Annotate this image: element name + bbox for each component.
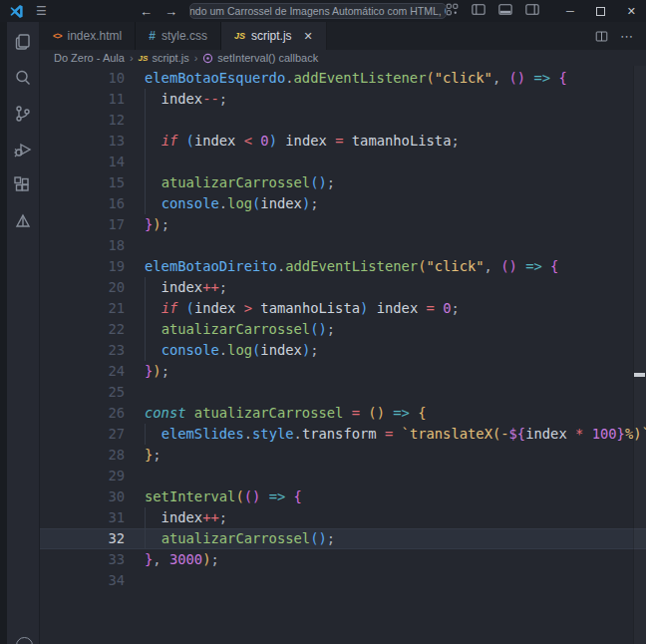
line-number[interactable]: 10 xyxy=(40,68,125,89)
line-number[interactable]: 15 xyxy=(40,172,125,193)
code-line[interactable]: 19elemBotaoDireito.addEventListener("cli… xyxy=(40,256,646,277)
line-number[interactable]: 21 xyxy=(40,298,125,319)
line-number[interactable]: 18 xyxy=(40,235,125,256)
line-number[interactable]: 27 xyxy=(40,424,125,445)
activity-bar xyxy=(0,22,40,644)
back-icon[interactable]: ← xyxy=(140,4,153,19)
explorer-icon[interactable] xyxy=(11,30,35,54)
code-line[interactable]: 17}); xyxy=(40,214,646,235)
line-number[interactable]: 14 xyxy=(40,152,125,172)
close-tab-icon[interactable]: ✕ xyxy=(304,30,313,43)
code-line[interactable]: 28}; xyxy=(40,445,646,466)
code-line[interactable]: 22 atualizarCarrossel(); xyxy=(40,319,646,340)
maximize-button[interactable] xyxy=(596,7,605,16)
line-number[interactable]: 31 xyxy=(40,507,125,528)
code-text: atualizarCarrossel(); xyxy=(125,172,335,193)
line-number[interactable]: 30 xyxy=(40,486,125,507)
line-number[interactable]: 34 xyxy=(40,570,125,591)
line-number[interactable]: 13 xyxy=(40,131,125,152)
line-number[interactable]: 22 xyxy=(40,319,125,340)
code-line[interactable]: 10elemBotaoEsquerdo.addEventListener("cl… xyxy=(40,68,646,89)
code-line[interactable]: 16 console.log(index); xyxy=(40,193,646,214)
customize-layout-icon[interactable] xyxy=(446,2,459,20)
prism-extension-icon[interactable] xyxy=(11,209,35,233)
code-line[interactable]: 33}, 3000); xyxy=(40,549,646,570)
code-line-active[interactable]: 32 atualizarCarrossel(); xyxy=(40,528,646,549)
code-line[interactable]: 34 xyxy=(40,570,646,591)
command-center[interactable]: Criando um Carrossel de Imagens Automáti… xyxy=(189,3,447,19)
toggle-sidebar-left-icon[interactable] xyxy=(472,2,485,20)
code-text: }, 3000); xyxy=(125,549,219,570)
line-number[interactable]: 33 xyxy=(40,549,125,570)
line-number[interactable]: 12 xyxy=(40,110,125,131)
search-icon[interactable] xyxy=(11,66,35,90)
split-editor-icon[interactable] xyxy=(595,30,608,43)
code-line[interactable]: 27 elemSlides.style.transform = `transla… xyxy=(40,424,646,445)
html-icon: <> xyxy=(53,31,62,41)
account-icon[interactable] xyxy=(16,637,33,644)
breadcrumb-label: Do Zero - Aula xyxy=(54,52,125,64)
line-number[interactable]: 16 xyxy=(40,193,125,214)
code-text xyxy=(125,152,145,172)
line-number[interactable]: 29 xyxy=(40,466,125,486)
code-line[interactable]: 26const atualizarCarrossel = () => { xyxy=(40,403,646,424)
line-number[interactable]: 23 xyxy=(40,340,125,361)
code-line[interactable]: 30setInterval(() => { xyxy=(40,486,646,507)
breadcrumb-file[interactable]: JS script.js xyxy=(139,52,189,64)
code-line[interactable]: 20 index++; xyxy=(40,277,646,298)
code-text xyxy=(125,235,145,256)
menu-icon[interactable]: ☰ xyxy=(36,4,47,18)
breadcrumb-separator: › xyxy=(194,52,198,64)
tab-label: style.css xyxy=(162,29,207,43)
code-line[interactable]: 15 atualizarCarrossel(); xyxy=(40,172,646,193)
line-number[interactable]: 28 xyxy=(40,445,125,466)
line-number[interactable]: 32 xyxy=(40,528,125,549)
breadcrumb-symbol[interactable]: setInterval() callback xyxy=(202,52,318,64)
line-number[interactable]: 11 xyxy=(40,89,125,110)
tab-style-css[interactable]: # style.css xyxy=(136,22,221,50)
breadcrumb-separator: › xyxy=(130,52,134,64)
source-control-icon[interactable] xyxy=(11,102,35,126)
line-number[interactable]: 19 xyxy=(40,256,125,277)
code-line[interactable]: 21 if (index > tamanhoLista) index = 0; xyxy=(40,298,646,319)
code-line[interactable]: 24}); xyxy=(40,361,646,382)
code-text: console.log(index); xyxy=(125,340,319,361)
code-line[interactable]: 13 if (index < 0) index = tamanhoLista; xyxy=(40,131,646,152)
code-line[interactable]: 11 index--; xyxy=(40,89,646,110)
breadcrumb-folder[interactable]: Do Zero - Aula xyxy=(54,52,125,64)
extensions-icon[interactable] xyxy=(11,173,35,197)
line-number[interactable]: 17 xyxy=(40,214,125,235)
code-line[interactable]: 18 xyxy=(40,235,646,256)
code-line[interactable]: 23 console.log(index); xyxy=(40,340,646,361)
code-text xyxy=(125,466,145,486)
forward-icon[interactable]: → xyxy=(164,4,177,19)
run-debug-icon[interactable] xyxy=(11,138,35,161)
code-text: index--; xyxy=(125,89,227,110)
code-text: console.log(index); xyxy=(125,193,319,214)
code-line[interactable]: 25 xyxy=(40,382,646,403)
code-text: const atualizarCarrossel = () => { xyxy=(125,403,427,424)
tab-script-js[interactable]: JS script.js ✕ xyxy=(221,22,327,50)
line-number[interactable]: 26 xyxy=(40,403,125,424)
code-text: index++; xyxy=(125,507,227,528)
js-icon: JS xyxy=(139,54,149,63)
code-line[interactable]: 12 xyxy=(40,110,646,131)
code-editor[interactable]: 10elemBotaoEsquerdo.addEventListener("cl… xyxy=(40,66,646,644)
close-window-button[interactable]: ✕ xyxy=(627,5,636,18)
breadcrumb-label: script.js xyxy=(152,52,188,64)
tab-index-html[interactable]: <> index.html xyxy=(40,22,136,50)
line-number[interactable]: 20 xyxy=(40,277,125,298)
code-line[interactable]: 29 xyxy=(40,466,646,486)
code-line[interactable]: 14 xyxy=(40,152,646,172)
callback-symbol-icon xyxy=(202,53,213,64)
minimize-button[interactable]: ─ xyxy=(566,5,574,17)
line-number[interactable]: 25 xyxy=(40,382,125,403)
code-line[interactable]: 31 index++; xyxy=(40,507,646,528)
scrollbar[interactable] xyxy=(633,66,646,644)
line-number[interactable]: 24 xyxy=(40,361,125,382)
code-text: elemBotaoEsquerdo.addEventListener("clic… xyxy=(125,68,567,89)
toggle-sidebar-right-icon[interactable] xyxy=(525,2,539,20)
toggle-panel-icon[interactable] xyxy=(498,2,512,20)
code-text: if (index > tamanhoLista) index = 0; xyxy=(125,298,460,319)
more-actions-icon[interactable]: ⋯ xyxy=(620,29,634,44)
